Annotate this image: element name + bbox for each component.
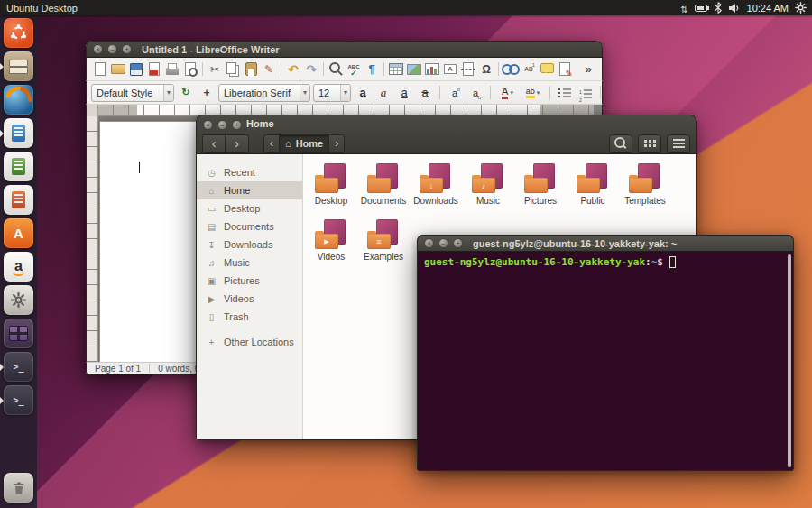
bullet-list-icon[interactable] — [556, 84, 574, 102]
maximize-button[interactable] — [122, 44, 132, 54]
sidebar-item-downloads[interactable]: Downloads — [197, 236, 302, 254]
sidebar-item-home[interactable]: Home — [197, 181, 302, 199]
hyperlink-icon[interactable] — [502, 60, 520, 79]
launcher-item-impress[interactable] — [0, 185, 37, 215]
launcher-item-software[interactable] — [0, 218, 37, 248]
new-document-icon[interactable] — [91, 60, 109, 79]
session-gear-icon[interactable] — [795, 2, 807, 14]
folder-public[interactable]: Public — [567, 163, 619, 217]
view-toggle-button[interactable] — [638, 134, 661, 153]
files-headerbar[interactable]: Home Home — [196, 115, 697, 154]
underline-icon[interactable] — [395, 84, 413, 102]
footnote-icon[interactable] — [520, 60, 538, 79]
terminal-scrollbar[interactable] — [788, 254, 791, 467]
export-pdf-icon[interactable] — [145, 60, 163, 79]
print-icon[interactable] — [163, 60, 181, 79]
bluetooth-indicator-icon[interactable] — [714, 2, 723, 14]
path-scroll-right-icon[interactable] — [328, 134, 345, 153]
clock[interactable]: 10:24 AM — [747, 3, 789, 14]
terminal-titlebar[interactable]: guest-ng5ylz@ubuntu-16-10-yakkety-yak: ~ — [417, 235, 794, 252]
find-replace-icon[interactable] — [327, 60, 345, 79]
comment-icon[interactable] — [538, 60, 556, 79]
launcher-item-writer[interactable] — [0, 118, 37, 148]
clone-formatting-icon[interactable] — [260, 60, 278, 79]
search-button[interactable] — [609, 134, 632, 153]
launcher-item-firefox[interactable] — [0, 85, 37, 115]
bold-icon[interactable] — [354, 84, 372, 102]
subscript-icon[interactable] — [466, 84, 484, 102]
open-icon[interactable] — [109, 60, 127, 79]
launcher-item-calc[interactable] — [0, 152, 37, 181]
launcher-item-terminal-1[interactable] — [0, 352, 37, 382]
print-preview-icon[interactable] — [181, 60, 199, 79]
folder-examples[interactable]: Examples — [357, 219, 410, 273]
chevron-down-icon[interactable] — [300, 85, 309, 101]
strikethrough-icon[interactable] — [416, 84, 434, 102]
sidebar-item-other-locations[interactable]: Other Locations — [197, 333, 302, 351]
network-indicator-icon[interactable] — [680, 0, 687, 16]
redo-icon[interactable] — [302, 60, 320, 79]
battery-indicator-icon[interactable] — [695, 5, 707, 12]
formatting-marks-icon[interactable] — [363, 60, 381, 79]
folder-downloads[interactable]: Downloads — [410, 163, 462, 217]
page-break-icon[interactable] — [459, 60, 477, 79]
update-style-icon[interactable] — [177, 84, 195, 102]
launcher-item-amazon[interactable] — [0, 252, 37, 282]
paragraph-style-combo[interactable]: Default Style — [91, 84, 174, 102]
font-name-combo[interactable]: Liberation Serif — [218, 84, 310, 102]
launcher-item-files[interactable] — [0, 51, 37, 81]
folder-templates[interactable]: Templates — [619, 163, 671, 217]
maximize-button[interactable] — [453, 238, 463, 248]
path-segment-home[interactable]: Home — [280, 134, 328, 153]
font-color-icon[interactable] — [496, 84, 519, 102]
undo-icon[interactable] — [284, 60, 302, 79]
sidebar-item-desktop[interactable]: Desktop — [197, 199, 302, 217]
insert-chart-icon[interactable] — [423, 60, 441, 79]
sidebar-item-videos[interactable]: Videos — [197, 290, 302, 308]
insert-table-icon[interactable] — [387, 60, 405, 79]
copy-icon[interactable] — [224, 60, 242, 79]
close-button[interactable] — [203, 120, 213, 130]
launcher-item-workspaces[interactable] — [0, 319, 37, 348]
sidebar-item-trash[interactable]: Trash — [197, 308, 302, 326]
page-count-status[interactable]: Page 1 of 1 — [87, 364, 149, 374]
path-scroll-left-icon[interactable] — [263, 134, 280, 153]
sidebar-item-recent[interactable]: Recent — [197, 163, 302, 181]
track-changes-icon[interactable] — [556, 60, 574, 79]
maximize-button[interactable] — [232, 120, 242, 130]
forward-button[interactable] — [226, 134, 249, 153]
desktop[interactable]: Ubuntu Desktop 10:24 AM — [0, 0, 812, 508]
minimize-button[interactable] — [107, 44, 117, 54]
back-button[interactable] — [202, 134, 226, 153]
sidebar-item-pictures[interactable]: Pictures — [197, 272, 302, 290]
minimize-button[interactable] — [217, 120, 227, 130]
launcher-item-ubuntu[interactable] — [0, 18, 37, 48]
cut-icon[interactable] — [206, 60, 224, 79]
close-button[interactable] — [424, 238, 434, 248]
writer-titlebar[interactable]: Untitled 1 - LibreOffice Writer — [86, 41, 603, 58]
special-character-icon[interactable] — [477, 60, 495, 79]
insert-image-icon[interactable] — [405, 60, 423, 79]
chevron-down-icon[interactable] — [340, 85, 350, 101]
folder-desktop[interactable]: Desktop — [305, 163, 357, 217]
highlighting-color-icon[interactable] — [521, 84, 544, 102]
toolbar-overflow-icon[interactable] — [579, 60, 597, 79]
volume-indicator-icon[interactable] — [729, 3, 741, 14]
folder-videos[interactable]: Videos — [305, 219, 357, 273]
launcher-item-settings[interactable] — [0, 285, 37, 315]
superscript-icon[interactable] — [446, 84, 464, 102]
folder-music[interactable]: Music — [462, 163, 514, 217]
text-box-icon[interactable] — [441, 60, 459, 79]
save-icon[interactable] — [127, 60, 145, 79]
paste-icon[interactable] — [242, 60, 260, 79]
launcher-item-terminal-2[interactable] — [0, 385, 37, 415]
launcher-item-trash[interactable] — [0, 473, 37, 503]
close-button[interactable] — [93, 44, 103, 54]
italic-icon[interactable] — [374, 84, 392, 102]
terminal-screen[interactable]: guest-ng5ylz@ubuntu-16-10-yakkety-yak:~$ — [417, 252, 794, 471]
minimize-button[interactable] — [438, 238, 448, 248]
spelling-icon[interactable] — [345, 60, 363, 79]
chevron-down-icon[interactable] — [163, 85, 173, 101]
sidebar-item-music[interactable]: Music — [197, 254, 302, 272]
sidebar-item-documents[interactable]: Documents — [197, 217, 302, 236]
